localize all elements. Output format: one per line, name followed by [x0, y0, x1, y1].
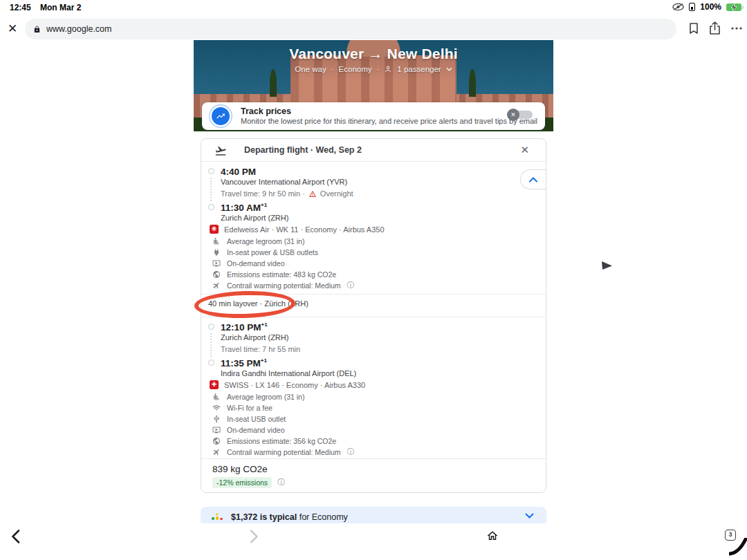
screen: 12:45 Mon Mar 2 100% ✕ www.google.com	[0, 0, 747, 560]
url-bar[interactable]: www.google.com	[25, 19, 676, 39]
edelweiss-logo-icon: ❋	[210, 225, 219, 234]
total-emissions: 839 kg CO2e	[212, 464, 268, 474]
timeline-line	[210, 178, 212, 201]
segment1-departure-time: 4:40 PM	[221, 166, 256, 177]
share-icon[interactable]	[709, 21, 721, 35]
price-graph-icon	[212, 512, 223, 522]
amenity-row: Emissions estimate: 483 kg CO2e	[212, 270, 336, 279]
privacy-eye-icon	[672, 3, 684, 11]
trip-cabin: Economy	[339, 65, 372, 73]
bookmark-icon[interactable]	[688, 22, 699, 35]
contrail-icon	[212, 448, 221, 456]
overnight-label: Overnight	[320, 189, 353, 198]
separator: ·	[331, 65, 334, 73]
annotation-stroke	[729, 538, 747, 556]
status-bar: 12:45 Mon Mar 2 100%	[0, 0, 747, 17]
back-icon[interactable]	[11, 530, 20, 543]
warning-icon	[308, 190, 317, 198]
segment2-travel-time: Travel time: 7 hr 55 min	[221, 345, 300, 353]
globe-icon	[212, 437, 221, 445]
video-icon	[212, 426, 221, 434]
timeline-dot	[208, 324, 214, 330]
amenity-row: Contrail warming potential: Medium ⓘ	[212, 281, 354, 290]
amenity-row: In-seat power & USB outlets	[212, 248, 318, 257]
amenity-row: Average legroom (31 in)	[212, 236, 304, 246]
trip-summary[interactable]: One way · Economy · 1 passenger	[194, 65, 553, 73]
track-prices-toggle[interactable]: ✕	[512, 111, 533, 119]
departing-flight-title: Departing flight · Wed, Sep 2	[244, 145, 362, 155]
trip-passengers: 1 passenger	[397, 65, 441, 73]
amenity-row: Average legroom (31 in)	[212, 392, 304, 402]
battery-charging-icon	[726, 3, 741, 11]
chevron-down-icon[interactable]	[446, 67, 452, 71]
swiss-logo-icon: ✚	[210, 380, 219, 389]
flight-card-header: Departing flight · Wed, Sep 2 ✕	[201, 139, 546, 162]
amenity-row: On-demand video	[212, 425, 284, 435]
separator: ·	[377, 65, 380, 73]
chevron-down-icon[interactable]	[525, 513, 534, 519]
amenity-row: Emissions estimate: 356 kg CO2e	[212, 436, 336, 446]
chevron-up-icon	[529, 177, 537, 183]
video-icon	[212, 259, 221, 268]
url-text: www.google.com	[46, 24, 112, 34]
timeline-dot	[208, 360, 214, 366]
info-icon[interactable]: ⓘ	[277, 478, 285, 487]
track-prices-card: Track prices Monitor the lowest price fo…	[202, 102, 545, 130]
timeline-line	[210, 333, 212, 357]
home-icon[interactable]	[486, 530, 499, 542]
amenity-row: Contrail warming potential: Medium ⓘ	[212, 447, 354, 457]
close-tab-icon[interactable]: ✕	[6, 21, 19, 36]
menu-dots-icon[interactable]	[730, 22, 743, 35]
route-destination: New Delhi	[387, 46, 458, 62]
info-icon[interactable]: ⓘ	[347, 281, 355, 290]
amenity-row: On-demand video	[212, 259, 284, 268]
segment2-arrival-airport: Indira Gandhi International Airport (DEL…	[221, 369, 356, 377]
globe-icon	[212, 270, 221, 279]
track-prices-description: Monitor the lowest price for this itiner…	[241, 117, 537, 125]
flight-takeoff-icon	[214, 144, 228, 157]
browser-toolbar: ✕ www.google.com	[0, 17, 747, 41]
segment2-arrival-time: 11:35 PM+1	[221, 357, 267, 368]
status-time: 12:45	[10, 3, 31, 12]
segment2-airline-info: SWISS · LX 146 · Economy · Airbus A330	[224, 381, 365, 389]
amenity-row: In-seat USB outlet	[212, 414, 286, 424]
segment1-arrival-time: 11:30 AM+1	[221, 202, 267, 213]
route-origin: Vancouver	[289, 46, 364, 62]
status-time-date: 12:45 Mon Mar 2	[10, 3, 81, 12]
forward-icon[interactable]	[250, 530, 259, 543]
status-date: Mon Mar 2	[40, 3, 81, 12]
timeline-dot	[208, 204, 214, 210]
browser-bottom-nav: 3	[0, 523, 747, 560]
track-prices-title: Track prices	[241, 106, 291, 116]
contrail-icon	[212, 281, 221, 290]
usb-icon	[212, 415, 221, 423]
collapse-details-button[interactable]	[520, 169, 546, 189]
segment2-departure-airport: Zurich Airport (ZRH)	[221, 333, 288, 342]
hero-tree	[469, 69, 476, 97]
segment2-departure-time: 12:10 PM+1	[221, 321, 268, 333]
battery-percent: 100%	[700, 2, 721, 12]
segment1-departure-airport: Vancouver International Airport (YVR)	[221, 178, 347, 186]
battery-small-icon	[689, 3, 695, 11]
seat-icon	[212, 237, 221, 245]
amenity-row: Wi-Fi for a fee	[212, 403, 273, 413]
passenger-icon	[384, 65, 392, 73]
seat-icon	[212, 393, 221, 401]
toggle-off-x-icon: ✕	[507, 109, 519, 121]
route-arrow-icon: →	[368, 46, 382, 62]
close-card-icon[interactable]: ✕	[520, 144, 529, 156]
wifi-icon	[212, 404, 221, 412]
power-icon	[212, 248, 221, 256]
segment1-airline-row: ❋ Edelweiss Air · WK 11 · Economy · Airb…	[210, 225, 385, 234]
route-title: Vancouver → New Delhi	[194, 46, 553, 62]
divider	[201, 458, 546, 459]
lock-icon	[33, 25, 41, 34]
price-insight-text: $1,372 is typical for Economy	[231, 512, 348, 522]
segment2-airline-row: ✚ SWISS · LX 146 · Economy · Airbus A330	[210, 380, 365, 389]
trending-up-icon	[212, 107, 230, 125]
timeline-dot	[208, 168, 214, 174]
info-icon[interactable]: ⓘ	[347, 447, 355, 457]
trip-type: One way	[295, 65, 326, 73]
mouse-cursor	[602, 261, 613, 271]
segment1-travel-time: Travel time: 9 hr 50 min · Overnight	[221, 189, 353, 198]
